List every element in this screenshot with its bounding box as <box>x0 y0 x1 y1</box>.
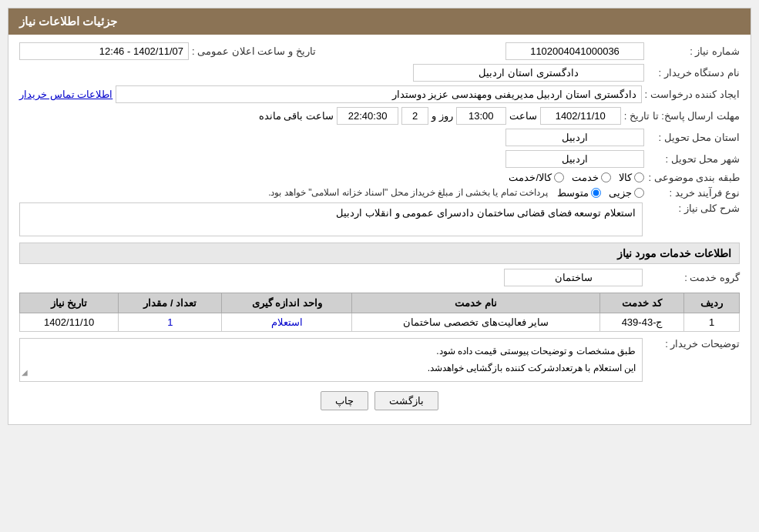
remaining-label: ساعت باقی مانده <box>259 110 334 122</box>
deadline-label: مهلت ارسال پاسخ: تا تاریخ : <box>624 110 740 122</box>
category-label: طبقه بندی موضوعی : <box>647 172 740 183</box>
remaining-time: 22:40:30 <box>337 107 398 125</box>
category-option-kala[interactable]: کالا <box>619 172 644 183</box>
announce-label: تاریخ و ساعت اعلان عمومی : <box>192 45 316 57</box>
table-row: 1 ج-43-439 سایر فعالیت‌های تخصصی ساختمان… <box>20 313 740 332</box>
purchase-jozi[interactable]: جزیی <box>609 187 644 199</box>
description-label: شرح کلی نیاز : <box>647 202 740 214</box>
service-group-value: ساختمان <box>504 269 643 286</box>
purchase-motavasset[interactable]: متوسط <box>557 187 601 199</box>
description-value: استعلام توسعه فضای قضائی ساختمان دادسرای… <box>19 202 643 236</box>
buyer-notes-label: توضیحات خریدار : <box>647 338 740 350</box>
col-header-rownum: ردیف <box>684 293 740 313</box>
category-kala-khedmat-label: کالا/خدمت <box>509 172 552 183</box>
category-radio-group: کالا خدمت کالا/خدمت <box>509 172 644 183</box>
naz-number-label: شماره نیاز : <box>647 45 740 57</box>
purchase-type-radio-group: جزیی متوسط <box>557 187 644 199</box>
cell-service-code: ج-43-439 <box>600 313 684 332</box>
buyer-notes-line2: این استعلام با هرتعدادشرکت کننده بازگشای… <box>26 360 636 377</box>
col-header-date: تاریخ نیاز <box>20 293 119 313</box>
buyer-notes-box: طبق مشخصات و توضیحات پیوستی قیمت داده شو… <box>19 338 643 382</box>
cell-rownum: 1 <box>684 313 740 332</box>
deadline-days-label: روز و <box>432 110 453 122</box>
contact-link[interactable]: اطلاعات تماس خریدار <box>19 89 113 100</box>
org-name-value: دادگستری استان اردبیل <box>413 64 644 82</box>
cell-unit: استعلام <box>222 313 352 332</box>
deadline-time-label: ساعت <box>509 110 537 122</box>
announce-value: 1402/11/07 - 12:46 <box>19 42 189 60</box>
naz-number-value: 1102004041000036 <box>505 42 644 60</box>
city-label: شهر محل تحویل : <box>647 153 740 165</box>
deadline-time: 13:00 <box>456 107 506 125</box>
requester-value: دادگستری استان اردبیل مدیریفنی ومهندسی ع… <box>116 85 641 103</box>
col-header-unit: واحد اندازه گیری <box>222 293 352 313</box>
category-option-kala-khedmat[interactable]: کالا/خدمت <box>509 172 564 183</box>
services-table: ردیف کد خدمت نام خدمت واحد اندازه گیری ت… <box>19 293 740 332</box>
service-group-label: گروه خدمت : <box>647 272 740 283</box>
col-header-code: کد خدمت <box>600 293 684 313</box>
deadline-date: 1402/11/10 <box>540 107 621 125</box>
button-row: بازگشت چاپ <box>19 391 740 410</box>
deadline-days: 2 <box>401 107 428 125</box>
purchase-type-label: نوع فرآیند خرید : <box>647 187 740 199</box>
col-header-name: نام خدمت <box>352 293 600 313</box>
category-khedmat-label: خدمت <box>572 172 599 183</box>
purchase-note: پرداخت تمام یا بخشی از مبلغ خریداز محل "… <box>19 187 548 198</box>
purchase-jozi-label: جزیی <box>609 187 632 199</box>
cell-date: 1402/11/10 <box>20 313 119 332</box>
col-header-qty: تعداد / مقدار <box>119 293 222 313</box>
purchase-motavasset-label: متوسط <box>557 187 589 199</box>
notes-resize-handle: ◢ <box>22 366 28 380</box>
page-title: جزئیات اطلاعات نیاز <box>8 8 751 35</box>
org-name-label: نام دستگاه خریدار : <box>647 67 740 79</box>
back-button[interactable]: بازگشت <box>374 391 438 410</box>
city-value: اردبیل <box>505 150 644 168</box>
category-kala-label: کالا <box>619 172 632 183</box>
province-label: استان محل تحویل : <box>647 132 740 143</box>
cell-service-name: سایر فعالیت‌های تخصصی ساختمان <box>352 313 600 332</box>
cell-quantity: 1 <box>119 313 222 332</box>
requester-label: ایجاد کننده درخواست : <box>645 89 740 100</box>
buyer-notes-line1: طبق مشخصات و توضیحات پیوستی قیمت داده شو… <box>26 343 636 360</box>
province-value: اردبیل <box>505 129 644 146</box>
print-button[interactable]: چاپ <box>321 391 368 410</box>
services-section-title: اطلاعات خدمات مورد نیاز <box>19 243 740 264</box>
category-option-khedmat[interactable]: خدمت <box>572 172 611 183</box>
